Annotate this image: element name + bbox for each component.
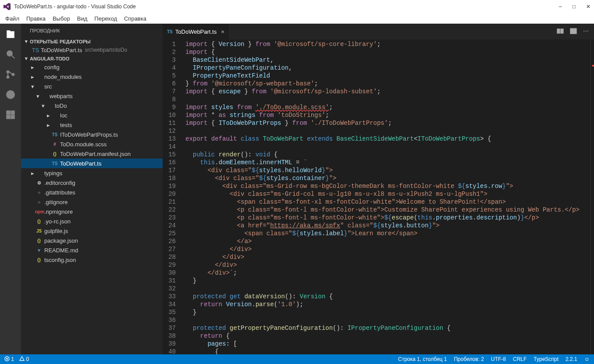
compare-icon[interactable] <box>557 28 564 36</box>
tree-item[interactable]: ▸loc <box>21 110 163 120</box>
menu-вид[interactable]: Вид <box>74 15 91 22</box>
tree-item[interactable]: ▾webparts <box>21 91 163 101</box>
status-encoding[interactable]: UTF-8 <box>491 356 506 362</box>
chevron-icon: ▸ <box>30 64 35 71</box>
tree-label: config <box>44 64 60 71</box>
tree-item[interactable]: npm.npmignore <box>21 207 163 216</box>
menu-справка[interactable]: Справка <box>121 15 150 22</box>
status-version[interactable]: 2.2.1 <box>566 356 577 362</box>
tree-label: ToDo.module.scss <box>60 141 107 148</box>
window-title: ToDoWebPart.ts - angular-todo - Visual S… <box>14 4 559 10</box>
tree-item[interactable]: {}package.json <box>21 236 163 245</box>
chevron-icon: ▾ <box>35 93 40 99</box>
tree-item[interactable]: ▾toDo <box>21 101 163 110</box>
tree-label: node_modules <box>44 74 82 80</box>
open-editors-header[interactable]: ▾ ОТКРЫТЫЕ РЕДАКТОРЫ <box>21 38 163 45</box>
tree-item[interactable]: ○.gitignore <box>21 197 163 207</box>
tree-item[interactable]: {}.yo-rc.json <box>21 216 163 226</box>
file-icon: ○ <box>35 200 43 205</box>
file-label: ToDoWebPart.ts <box>41 47 82 53</box>
tree-item[interactable]: TSToDoWebPart.ts <box>21 159 163 168</box>
error-marker[interactable] <box>592 65 594 67</box>
project-header[interactable]: ▾ ANGULAR-TODO <box>21 55 163 62</box>
tree-label: .gitignore <box>44 199 68 205</box>
svg-rect-9 <box>557 29 560 33</box>
tree-label: .gitattributes <box>44 189 75 196</box>
close-icon[interactable]: ✕ <box>586 4 590 10</box>
svg-rect-10 <box>561 29 563 33</box>
tree-item[interactable]: JSgulpfile.js <box>21 226 163 236</box>
tab-todowebpart[interactable]: TS ToDoWebPart.ts × <box>163 24 229 39</box>
tab-label: ToDoWebPart.ts <box>175 28 217 35</box>
menu-файл[interactable]: Файл <box>2 15 23 22</box>
tree-label: README.md <box>44 247 78 254</box>
tree-label: typings <box>44 170 62 177</box>
scm-icon[interactable] <box>4 68 17 81</box>
tree-item[interactable]: ▸tests <box>21 120 163 130</box>
overview-ruler[interactable] <box>590 39 594 354</box>
file-path: src\webparts\toDo <box>85 47 127 53</box>
status-cursor-position[interactable]: Строка 1, столбец 1 <box>398 356 447 362</box>
open-editor-item[interactable]: TSToDoWebPart.tssrc\webparts\toDo <box>21 45 163 55</box>
tree-item[interactable]: ▸config <box>21 62 163 72</box>
file-icon: TS <box>51 132 59 137</box>
more-actions-icon[interactable]: ⋯ <box>583 28 589 36</box>
menu-правка[interactable]: Правка <box>23 15 49 22</box>
svg-rect-5 <box>7 111 10 114</box>
debug-icon[interactable] <box>4 88 17 101</box>
tree-item[interactable]: {}ToDoWebPart.manifest.json <box>21 149 163 159</box>
tree-label: IToDoWebPartProps.ts <box>60 131 118 138</box>
status-errors[interactable]: 1 <box>4 356 14 362</box>
file-icon: {} <box>35 238 43 243</box>
tree-label: webparts <box>50 93 73 99</box>
explorer-icon[interactable] <box>4 28 17 40</box>
editor-area: TS ToDoWebPart.ts × ⋯ 123456789101112131… <box>163 24 594 354</box>
editor-body[interactable]: 1234567891011121314151617181920212223242… <box>163 39 594 354</box>
tree-item[interactable]: {}tsconfig.json <box>21 255 163 265</box>
tab-close-icon[interactable]: × <box>221 28 224 35</box>
code-content[interactable]: import { Version } from '@microsoft/sp-c… <box>184 39 590 354</box>
tree-label: .yo-rc.json <box>44 218 71 225</box>
extensions-icon[interactable] <box>4 109 17 121</box>
tree-item[interactable]: ▸node_modules <box>21 72 163 81</box>
status-bar: 1 0 Строка 1, столбец 1 Пробелов: 2 UTF-… <box>0 354 594 364</box>
tree-label: tests <box>60 122 72 128</box>
tree-label: .editorconfig <box>44 180 75 186</box>
status-eol[interactable]: CRLF <box>513 356 526 362</box>
activity-bar <box>0 24 21 354</box>
search-icon[interactable] <box>4 48 17 60</box>
minimize-icon[interactable]: – <box>559 4 562 10</box>
file-icon: ▼ <box>35 248 43 253</box>
status-warnings[interactable]: 0 <box>19 356 29 362</box>
menu-переход[interactable]: Переход <box>91 15 121 22</box>
tree-item[interactable]: ▸typings <box>21 168 163 178</box>
chevron-icon: ▾ <box>40 102 46 109</box>
typescript-icon: TS <box>167 29 173 34</box>
tree-item[interactable]: TSIToDoWebPartProps.ts <box>21 130 163 139</box>
tree-label: ToDoWebPart.manifest.json <box>60 151 131 157</box>
tree-item[interactable]: ▼README.md <box>21 245 163 255</box>
tab-bar: TS ToDoWebPart.ts × ⋯ <box>163 24 594 39</box>
tree-item[interactable]: ⚙.editorconfig <box>21 178 163 187</box>
file-icon: JS <box>35 229 43 233</box>
vscode-icon <box>4 3 11 10</box>
file-icon: npm <box>35 209 43 214</box>
file-icon: {} <box>51 152 59 156</box>
menu-выбор[interactable]: Выбор <box>49 15 74 22</box>
svg-point-2 <box>7 76 9 78</box>
split-editor-icon[interactable] <box>570 28 577 36</box>
file-icon: ⚙ <box>35 180 43 185</box>
tree-item[interactable]: #ToDo.module.scss <box>21 139 163 149</box>
svg-rect-7 <box>11 115 14 119</box>
status-language[interactable]: TypeScript <box>534 356 558 362</box>
tree-item[interactable]: ▾src <box>21 81 163 91</box>
sidebar-explorer: ПРОВОДНИК ▾ ОТКРЫТЫЕ РЕДАКТОРЫ TSToDoWeb… <box>21 24 163 354</box>
svg-rect-8 <box>11 111 14 114</box>
svg-point-0 <box>7 51 12 56</box>
status-indentation[interactable]: Пробелов: 2 <box>454 356 484 362</box>
typescript-icon: TS <box>32 47 39 53</box>
status-feedback-icon[interactable]: ☺ <box>584 356 590 362</box>
maximize-icon[interactable]: □ <box>573 4 576 10</box>
tree-label: tsconfig.json <box>44 257 76 263</box>
tree-item[interactable]: ○.gitattributes <box>21 187 163 197</box>
